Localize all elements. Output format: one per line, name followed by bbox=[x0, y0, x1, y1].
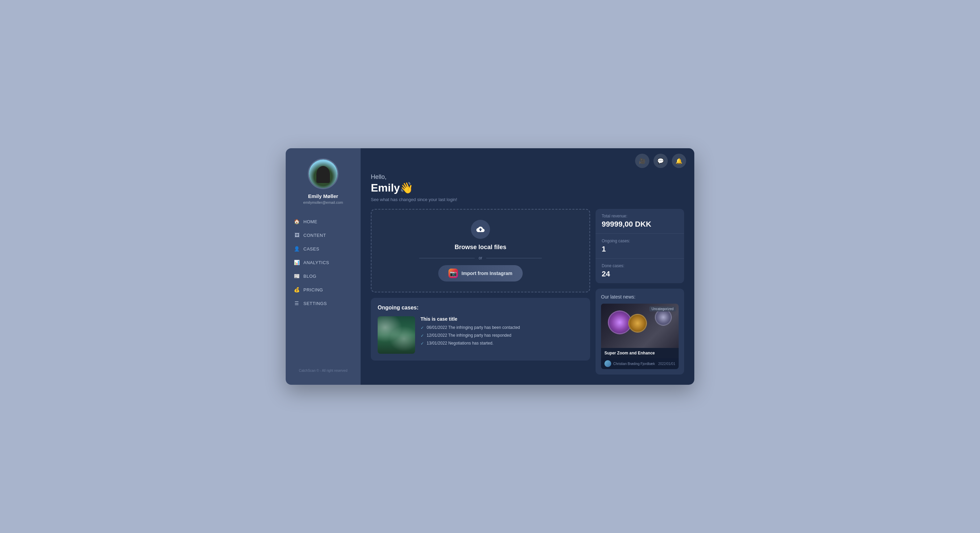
main-content: 🎥 💬 🔔 Hello, Emily👋 See what has changed… bbox=[361, 148, 694, 385]
revenue-value: 99999,00 DKK bbox=[602, 220, 678, 229]
settings-icon: ☰ bbox=[294, 301, 300, 306]
sidebar-item-settings[interactable]: ☰ SETTINGS bbox=[286, 297, 361, 310]
case-event-text-1: 06/01/2022 The infringing party has been… bbox=[427, 325, 520, 330]
stat-revenue: Total revenue: 99999,00 DKK bbox=[595, 209, 684, 234]
or-divider: or bbox=[419, 255, 542, 260]
news-caption-bar: Super Zoom and Enhance bbox=[601, 348, 679, 358]
news-article-title: Super Zoom and Enhance bbox=[605, 351, 655, 356]
sidebar-footer: CatchScan © - All right reserved bbox=[294, 363, 353, 378]
content-grid: Browse local files or 📷 Import from Inst… bbox=[371, 209, 684, 375]
case-event-text-3: 13/01/2022 Negotiations has started. bbox=[427, 341, 493, 346]
case-details: This is case title ✓ 06/01/2022 The infr… bbox=[420, 316, 583, 349]
cases-icon: 👤 bbox=[294, 246, 300, 252]
user-name: Emily Møller bbox=[308, 193, 338, 199]
or-text: or bbox=[479, 255, 482, 260]
sidebar-item-label-home: HOME bbox=[304, 219, 317, 224]
greeting-subtitle: See what has changed since your last log… bbox=[371, 197, 684, 202]
news-date: 2022/01/01 bbox=[658, 362, 675, 365]
stats-card: Total revenue: 99999,00 DKK Ongoing case… bbox=[595, 209, 684, 283]
chat-button[interactable]: 💬 bbox=[654, 154, 668, 168]
greeting-hello: Hello, bbox=[371, 174, 684, 180]
video-icon: 🎥 bbox=[639, 158, 646, 164]
upload-icon bbox=[471, 220, 490, 239]
instagram-import-button[interactable]: 📷 Import from Instagram bbox=[438, 265, 522, 281]
sidebar-item-label-pricing: PRICING bbox=[304, 287, 323, 292]
instagram-icon: 📷 bbox=[449, 268, 458, 278]
instagram-button-label: Import from Instagram bbox=[461, 271, 512, 276]
avatar bbox=[308, 158, 339, 189]
news-card: Our latest news: Uncategorized Super Zoo… bbox=[595, 289, 684, 375]
ongoing-cases-title: Ongoing cases: bbox=[378, 305, 583, 311]
case-item: This is case title ✓ 06/01/2022 The infr… bbox=[378, 316, 583, 354]
chat-icon: 💬 bbox=[657, 158, 664, 164]
news-title: Our latest news: bbox=[601, 294, 679, 300]
lens-2 bbox=[628, 314, 647, 333]
analytics-icon: 📊 bbox=[294, 260, 300, 265]
sidebar-item-content[interactable]: 🖼 CONTENT bbox=[286, 228, 361, 242]
sidebar-item-label-blog: BLOG bbox=[304, 274, 317, 279]
or-line-left bbox=[419, 258, 475, 259]
sidebar-item-analytics[interactable]: 📊 ANALYTICS bbox=[286, 255, 361, 269]
home-icon: 🏠 bbox=[294, 219, 300, 224]
content-icon: 🖼 bbox=[294, 232, 300, 238]
sidebar-item-label-analytics: ANALYTICS bbox=[304, 260, 329, 265]
header-bar: 🎥 💬 🔔 bbox=[361, 148, 694, 174]
case-thumbnail-image bbox=[378, 316, 415, 354]
news-author-row: Christian Brøding Fjordbæk 2022/01/01 bbox=[601, 358, 679, 369]
video-call-button[interactable]: 🎥 bbox=[635, 154, 649, 168]
or-line-right bbox=[486, 258, 542, 259]
sidebar: Emily Møller emilymoller@email.com 🏠 HOM… bbox=[286, 148, 361, 385]
news-image-container[interactable]: Uncategorized Super Zoom and Enhance Chr… bbox=[601, 304, 679, 369]
nav-menu: 🏠 HOME 🖼 CONTENT 👤 CASES 📊 ANALYTICS 📰 B… bbox=[286, 215, 361, 363]
pricing-icon: 💰 bbox=[294, 287, 300, 292]
upload-title: Browse local files bbox=[455, 244, 506, 251]
left-column: Browse local files or 📷 Import from Inst… bbox=[371, 209, 590, 375]
checkmark-icon-3: ✓ bbox=[420, 341, 424, 346]
app-container: Emily Møller emilymoller@email.com 🏠 HOM… bbox=[286, 148, 694, 385]
case-thumbnail bbox=[378, 316, 415, 354]
right-column: Total revenue: 99999,00 DKK Ongoing case… bbox=[595, 209, 684, 375]
sidebar-item-cases[interactable]: 👤 CASES bbox=[286, 242, 361, 255]
sidebar-item-pricing[interactable]: 💰 PRICING bbox=[286, 283, 361, 297]
sidebar-item-home[interactable]: 🏠 HOME bbox=[286, 215, 361, 228]
case-event-3: ✓ 13/01/2022 Negotiations has started. bbox=[420, 341, 583, 346]
greeting-name: Emily👋 bbox=[371, 181, 684, 194]
case-event-1: ✓ 06/01/2022 The infringing party has be… bbox=[420, 325, 583, 330]
checkmark-icon-2: ✓ bbox=[420, 333, 424, 338]
done-label: Done cases: bbox=[602, 263, 678, 268]
case-event-text-2: 12/01/2022 The infringing party has resp… bbox=[427, 333, 511, 338]
stat-ongoing: Ongoing cases: 1 bbox=[595, 234, 684, 259]
checkmark-icon-1: ✓ bbox=[420, 326, 424, 330]
upload-area[interactable]: Browse local files or 📷 Import from Inst… bbox=[371, 209, 590, 292]
blog-icon: 📰 bbox=[294, 273, 300, 279]
done-value: 24 bbox=[602, 270, 678, 278]
revenue-label: Total revenue: bbox=[602, 214, 678, 219]
author-avatar bbox=[605, 360, 611, 367]
sidebar-item-label-content: CONTENT bbox=[304, 233, 326, 238]
stat-done: Done cases: 24 bbox=[595, 259, 684, 283]
notifications-button[interactable]: 🔔 bbox=[672, 154, 686, 168]
dashboard-body: Hello, Emily👋 See what has changed since… bbox=[361, 174, 694, 385]
case-event-2: ✓ 12/01/2022 The infringing party has re… bbox=[420, 333, 583, 338]
case-title: This is case title bbox=[420, 316, 583, 322]
bell-icon: 🔔 bbox=[676, 158, 682, 164]
news-category-badge: Uncategorized bbox=[649, 306, 676, 311]
sidebar-item-blog[interactable]: 📰 BLOG bbox=[286, 269, 361, 283]
ongoing-label: Ongoing cases: bbox=[602, 239, 678, 243]
author-name: Christian Brøding Fjordbæk bbox=[613, 362, 656, 365]
user-email: emilymoller@email.com bbox=[304, 200, 343, 204]
ongoing-cases-card: Ongoing cases: This is case title ✓ 06/0… bbox=[371, 298, 590, 361]
sidebar-item-label-cases: CASES bbox=[304, 246, 320, 252]
sidebar-item-label-settings: SETTINGS bbox=[304, 301, 327, 306]
ongoing-value: 1 bbox=[602, 245, 678, 254]
